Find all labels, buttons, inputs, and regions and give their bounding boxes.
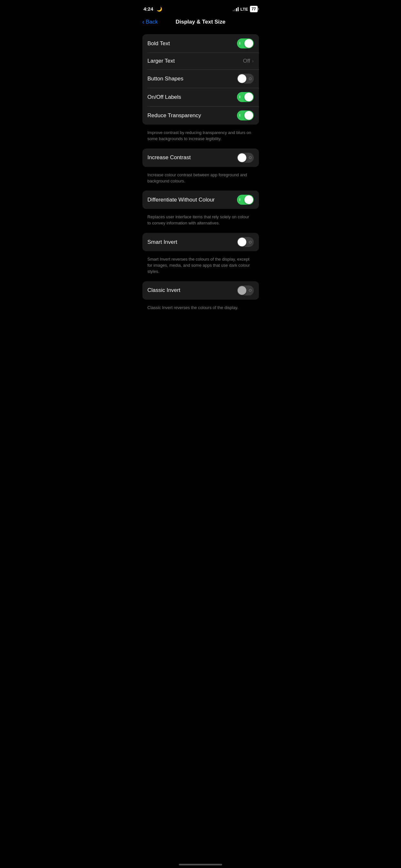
- larger-text-label: Larger Text: [148, 58, 175, 64]
- section-contrast: Increase Contrast: [143, 149, 259, 167]
- button-shapes-toggle[interactable]: [237, 73, 254, 84]
- reduce-transparency-row: Reduce Transparency I: [143, 106, 259, 125]
- section-differentiate: Differentiate Without Colour I: [143, 190, 259, 209]
- classic-invert-description: Classic Invert reverses the colours of t…: [143, 302, 259, 315]
- differentiate-without-colour-row: Differentiate Without Colour I: [143, 190, 259, 209]
- differentiate-without-colour-label: Differentiate Without Colour: [148, 197, 215, 203]
- toggle-off-label: [249, 156, 251, 159]
- increase-contrast-row: Increase Contrast: [143, 149, 259, 167]
- larger-text-right: Off ›: [243, 58, 253, 64]
- toggle-off-label: [249, 289, 251, 291]
- classic-invert-row: Classic Invert: [143, 281, 259, 300]
- signal-bar-1: [233, 10, 234, 11]
- smart-invert-description: Smart Invert reverses the colours of the…: [143, 254, 259, 279]
- toggle-on-label: I: [240, 198, 241, 202]
- battery-indicator: 77: [250, 6, 257, 12]
- smart-invert-row: Smart Invert: [143, 233, 259, 251]
- moon-icon: 🌙: [157, 6, 162, 11]
- chevron-right-icon: ›: [252, 58, 254, 64]
- increase-contrast-description: Increase colour contrast between app for…: [143, 169, 259, 188]
- toggle-knob: [244, 39, 253, 48]
- button-shapes-label: Button Shapes: [148, 75, 184, 82]
- differentiate-without-colour-toggle[interactable]: I: [237, 195, 254, 205]
- reduce-transparency-toggle[interactable]: I: [237, 111, 254, 120]
- settings-content: Bold Text I Larger Text Off › Button Sha…: [137, 29, 264, 325]
- smart-invert-label: Smart Invert: [148, 239, 178, 245]
- bold-text-toggle[interactable]: I: [237, 38, 254, 49]
- on-off-labels-row: On/Off Labels I: [143, 88, 259, 106]
- back-label: Back: [146, 19, 158, 25]
- button-shapes-row: Button Shapes: [143, 69, 259, 88]
- section-classic-invert: Classic Invert: [143, 281, 259, 300]
- on-off-labels-label: On/Off Labels: [148, 94, 181, 100]
- signal-bars: [233, 7, 239, 11]
- toggle-knob: [244, 111, 253, 120]
- larger-text-value: Off: [243, 58, 250, 64]
- toggle-on-label: I: [240, 114, 241, 117]
- on-off-labels-toggle[interactable]: I: [237, 92, 254, 102]
- bold-text-label: Bold Text: [148, 40, 170, 47]
- toggle-off-label: [249, 241, 251, 244]
- page-title: Display & Text Size: [176, 19, 226, 25]
- classic-invert-label: Classic Invert: [148, 287, 181, 293]
- status-bar: 4:24 🌙 LTE 77: [137, 0, 264, 16]
- back-chevron-icon: ‹: [143, 18, 145, 26]
- signal-bar-4: [238, 7, 239, 11]
- status-right: LTE 77: [233, 6, 258, 12]
- toggle-knob: [238, 286, 246, 295]
- signal-bar-3: [236, 8, 237, 11]
- differentiate-without-colour-description: Replaces user interface items that rely …: [143, 212, 259, 230]
- back-button[interactable]: ‹ Back: [143, 19, 158, 26]
- bold-text-row: Bold Text I: [143, 34, 259, 53]
- section-display: Bold Text I Larger Text Off › Button Sha…: [143, 34, 259, 125]
- toggle-on-label: I: [240, 42, 241, 45]
- status-time: 4:24: [144, 6, 153, 11]
- toggle-knob: [244, 93, 253, 101]
- nav-bar: ‹ Back Display & Text Size: [137, 16, 264, 29]
- larger-text-row[interactable]: Larger Text Off ›: [143, 53, 259, 69]
- section-smart-invert: Smart Invert: [143, 233, 259, 251]
- toggle-knob: [238, 153, 246, 162]
- reduce-transparency-label: Reduce Transparency: [148, 113, 201, 119]
- toggle-knob: [244, 195, 253, 204]
- smart-invert-toggle[interactable]: [237, 237, 254, 247]
- classic-invert-toggle[interactable]: [237, 285, 254, 296]
- lte-indicator: LTE: [241, 7, 248, 11]
- toggle-on-label: I: [240, 96, 241, 99]
- status-left: 4:24 🌙: [144, 6, 162, 12]
- increase-contrast-toggle[interactable]: [237, 153, 254, 163]
- toggle-off-label: [249, 78, 251, 80]
- toggle-knob: [238, 74, 246, 83]
- reduce-transparency-description: Improve contrast by reducing transparenc…: [143, 127, 259, 146]
- increase-contrast-label: Increase Contrast: [148, 154, 191, 161]
- signal-bar-2: [235, 9, 235, 11]
- toggle-knob: [238, 238, 246, 246]
